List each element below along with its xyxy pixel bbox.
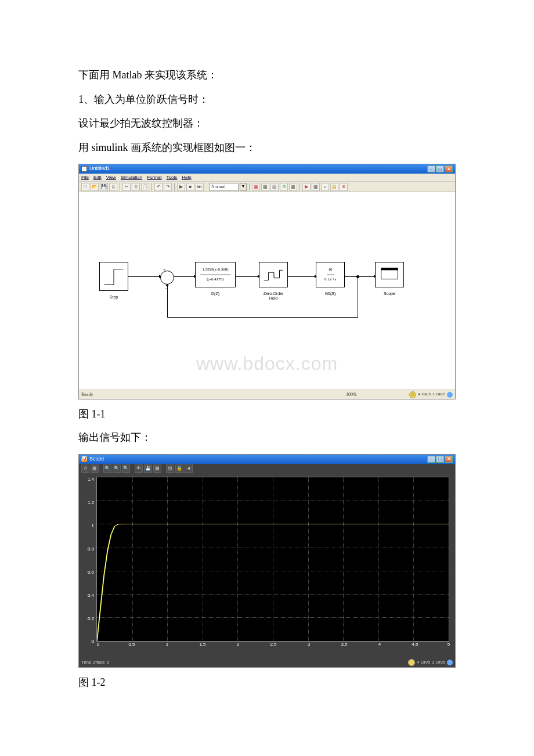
tray-text: OK/5 <box>436 390 445 399</box>
minimize-button[interactable]: − <box>427 165 435 172</box>
separator <box>249 183 250 191</box>
block-label: Step <box>100 293 128 301</box>
stop-icon[interactable]: ■ <box>186 183 194 191</box>
copy-icon[interactable]: ⎘ <box>132 183 140 191</box>
status-text: Ready <box>81 390 93 400</box>
close-button[interactable]: ✕ <box>445 456 453 463</box>
play-icon[interactable]: ▶ <box>177 183 185 191</box>
save-icon[interactable]: 💾 <box>100 183 108 191</box>
titlebar: 📊 Scope − □ ✕ <box>79 455 455 464</box>
tray-text: OK/5 <box>436 658 445 667</box>
tool-icon[interactable]: ▦ <box>289 183 297 191</box>
figure-caption: 图 1-2 <box>78 671 456 694</box>
tool-icon[interactable]: ▤ <box>330 183 338 191</box>
signal-wire <box>358 276 358 317</box>
cut-icon[interactable]: ✂ <box>122 183 131 191</box>
menubar: File Edit View Simulation Format Tools H… <box>79 174 455 182</box>
sum-plus: + <box>163 266 165 275</box>
tray-icon[interactable]: ⚠ <box>409 391 416 398</box>
maximize-button[interactable]: □ <box>436 165 444 172</box>
y-tick: 0.2 <box>79 614 94 624</box>
simulink-window: Untitled1 − □ ✕ File Edit View Simulatio… <box>78 164 456 399</box>
body-text: 下面用 Matlab 来实现该系统： <box>78 64 456 87</box>
step-icon[interactable]: ⏭ <box>196 183 204 191</box>
tool-icon[interactable]: ≡ <box>321 183 329 191</box>
menu-file[interactable]: File <box>81 172 89 183</box>
scope-trace <box>97 477 449 641</box>
save-icon[interactable]: 💾 <box>144 465 152 473</box>
autoscale-icon[interactable]: 👁 <box>135 465 143 473</box>
minimize-button[interactable]: − <box>427 456 435 463</box>
model-canvas[interactable]: Step + − 1.5828(z-0.368) (z-0.4178) D(Z)… <box>79 192 455 390</box>
tool-icon[interactable]: ▦ <box>312 183 320 191</box>
tool-icon[interactable]: ⚙ <box>280 183 288 191</box>
scope-block[interactable]: Scope <box>375 262 404 287</box>
tool-icon[interactable]: ▶ <box>302 183 311 191</box>
sum-block[interactable] <box>160 271 174 285</box>
lock-icon[interactable]: 🔒 <box>175 465 183 473</box>
statusbar: Ready 100% ⚠ 4 OK/5 3 OK/5 <box>79 390 455 399</box>
body-text: 输出信号如下： <box>78 426 456 449</box>
menu-tools[interactable]: Tools <box>167 172 178 183</box>
restore-icon[interactable]: ▦ <box>153 465 161 473</box>
tray-icon[interactable] <box>447 392 453 398</box>
plot-canvas <box>96 477 449 642</box>
tray-icon[interactable] <box>447 660 453 665</box>
tool-icon[interactable]: ▤ <box>270 183 279 191</box>
separator <box>300 183 300 191</box>
plot-area[interactable]: 1.4 1.2 1 0.8 0.6 0.4 0.2 0 0 0.5 1 1.5 … <box>79 473 455 658</box>
separator <box>174 183 175 191</box>
svg-rect-1 <box>381 268 398 271</box>
y-tick: 1.2 <box>79 498 94 508</box>
open-icon[interactable]: 📂 <box>91 183 99 191</box>
menu-edit[interactable]: Edit <box>93 172 102 183</box>
zoom-level: 100% <box>346 390 357 400</box>
new-icon[interactable]: □ <box>81 183 89 191</box>
menu-view[interactable]: View <box>106 172 116 183</box>
close-button[interactable]: ✕ <box>445 165 453 172</box>
menu-format[interactable]: Format <box>147 172 161 183</box>
undo-icon[interactable]: ↶ <box>154 183 163 191</box>
scope-toolbar: ⎙ ▦ 🔍 🔍 🔍 👁 💾 ▦ ▤ 🔒 ◄ <box>79 464 455 473</box>
signal-wire <box>167 285 168 318</box>
menu-help[interactable]: Help <box>182 172 191 183</box>
zoom-x-icon[interactable]: 🔍 <box>113 465 121 473</box>
denominator: 0.1s²+s <box>324 275 336 284</box>
signal-wire <box>174 276 194 277</box>
tool-icon[interactable]: ⊗ <box>340 183 348 191</box>
tray-text: 3 <box>432 658 434 667</box>
print-icon[interactable]: ⎙ <box>109 183 117 191</box>
zoom-y-icon[interactable]: 🔍 <box>122 465 130 473</box>
transfer-function-block[interactable]: 1.5828(z-0.368) (z-0.4178) D(Z) <box>195 262 236 287</box>
redo-icon[interactable]: ↷ <box>164 183 172 191</box>
dropdown-arrow-icon[interactable]: ▼ <box>240 183 247 191</box>
numerator: 10 <box>327 265 334 275</box>
signal-wire <box>128 276 159 277</box>
body-text: 1、输入为单位阶跃信号时： <box>78 88 456 111</box>
block-label: G0(S) <box>316 289 344 298</box>
plant-block[interactable]: 10 0.1s²+s G0(S) <box>316 262 345 287</box>
tray-text: OK/5 <box>421 390 431 399</box>
time-offset: Time offset: 0 <box>81 657 109 668</box>
menu-simulation[interactable]: Simulation <box>121 172 142 183</box>
maximize-button[interactable]: □ <box>436 456 444 463</box>
body-text: 设计最少拍无波纹控制器： <box>78 112 456 135</box>
tool-icon[interactable]: ▦ <box>252 183 260 191</box>
y-tick: 1 <box>79 521 94 531</box>
float-icon[interactable]: ▤ <box>166 465 174 473</box>
zoh-block[interactable]: Zero-Order Hold <box>259 262 288 287</box>
params-icon[interactable]: ▦ <box>91 465 99 473</box>
tool-icon[interactable]: ▦ <box>261 183 269 191</box>
denominator: (z-0.4178) <box>207 275 223 284</box>
step-block[interactable]: Step <box>99 262 128 291</box>
separator <box>120 183 120 191</box>
paste-icon[interactable]: 📋 <box>141 183 149 191</box>
print-icon[interactable]: ⎙ <box>81 465 89 473</box>
zoom-icon[interactable]: 🔍 <box>103 465 111 473</box>
signal-icon[interactable]: ◄ <box>185 465 193 473</box>
mode-dropdown[interactable]: Normal <box>210 183 239 191</box>
tray-text: OK/5 <box>421 658 430 667</box>
block-label: D(Z) <box>196 289 235 298</box>
y-tick: 0.8 <box>79 544 94 555</box>
tray-icon[interactable]: ⚠ <box>408 659 415 666</box>
